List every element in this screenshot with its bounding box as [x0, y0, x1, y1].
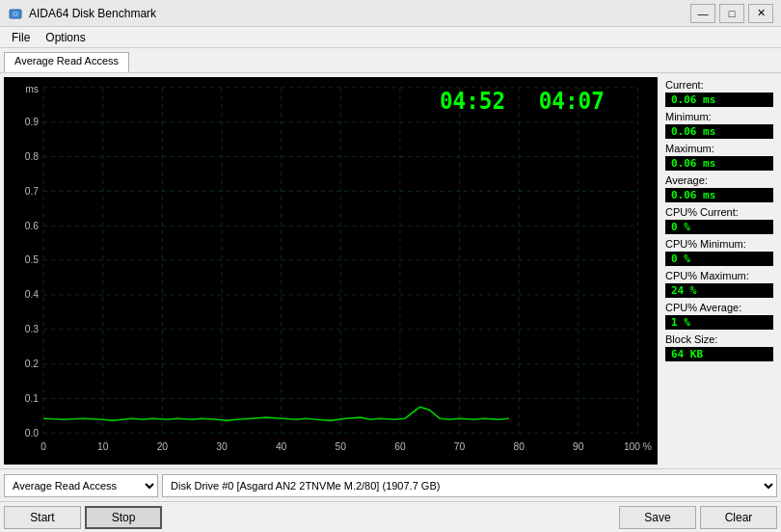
- svg-text:0.6: 0.6: [25, 219, 39, 230]
- menubar: File Options: [0, 27, 781, 48]
- minimize-button[interactable]: —: [690, 4, 715, 23]
- minimum-label: Minimum:: [661, 111, 777, 122]
- current-label: Current:: [661, 79, 777, 91]
- svg-text:0.2: 0.2: [25, 358, 39, 369]
- svg-text:90: 90: [573, 440, 584, 452]
- svg-text:80: 80: [513, 440, 525, 452]
- svg-text:0.9: 0.9: [25, 116, 39, 127]
- svg-text:0.0: 0.0: [25, 426, 39, 438]
- svg-text:ms: ms: [25, 83, 39, 94]
- bottom-controls: Average Read Access Average Write Access…: [0, 468, 781, 501]
- cpu-maximum-value: 24 %: [665, 283, 773, 298]
- svg-text:10: 10: [97, 440, 109, 452]
- app-icon: [8, 6, 23, 21]
- svg-text:0: 0: [40, 440, 46, 452]
- chart-wrapper: ms 0.9 0.8 0.7 0.6 0.5 0.4 0.3 0.2 0.1 0…: [4, 77, 658, 465]
- window-title: AIDA64 Disk Benchmark: [29, 7, 156, 20]
- menu-file[interactable]: File: [4, 29, 38, 46]
- svg-text:0.4: 0.4: [25, 288, 39, 300]
- svg-text:50: 50: [336, 440, 347, 452]
- cpu-minimum-label: CPU% Minimum:: [661, 238, 777, 250]
- block-size-label: Block Size:: [661, 333, 777, 345]
- cpu-average-label: CPU% Average:: [661, 302, 777, 313]
- svg-text:70: 70: [454, 440, 466, 452]
- svg-text:20: 20: [157, 440, 169, 452]
- save-button[interactable]: Save: [619, 506, 696, 529]
- svg-text:100 %: 100 %: [624, 440, 653, 452]
- block-size-value: 64 KB: [665, 347, 773, 361]
- stop-button[interactable]: Stop: [85, 506, 162, 529]
- maximum-value: 0.06 ms: [665, 156, 773, 171]
- start-button[interactable]: Start: [4, 506, 81, 529]
- svg-text:40: 40: [276, 440, 287, 452]
- cpu-current-label: CPU% Current:: [661, 206, 777, 218]
- benchmark-chart: ms 0.9 0.8 0.7 0.6 0.5 0.4 0.3 0.2 0.1 0…: [4, 77, 658, 465]
- titlebar-controls: — □ ✕: [690, 4, 773, 23]
- tab-average-read-access[interactable]: Average Read Access: [4, 52, 129, 72]
- average-label: Average:: [661, 174, 777, 186]
- menu-options[interactable]: Options: [38, 29, 93, 46]
- cpu-maximum-label: CPU% Maximum:: [661, 270, 777, 281]
- svg-text:0.7: 0.7: [25, 184, 39, 196]
- svg-text:0.1: 0.1: [25, 392, 39, 404]
- svg-text:04:07: 04:07: [539, 87, 605, 114]
- svg-text:0.8: 0.8: [25, 150, 39, 162]
- main-area: ms 0.9 0.8 0.7 0.6 0.5 0.4 0.3 0.2 0.1 0…: [0, 73, 781, 468]
- current-value: 0.06 ms: [665, 93, 773, 107]
- svg-text:04:52: 04:52: [440, 87, 505, 114]
- restore-button[interactable]: □: [719, 4, 744, 23]
- benchmark-dropdown[interactable]: Average Read Access Average Write Access…: [4, 474, 158, 497]
- drive-dropdown[interactable]: Disk Drive #0 [Asgard AN2 2TNVMe M.2/80]…: [162, 474, 777, 497]
- cpu-average-value: 1 %: [665, 315, 773, 330]
- clear-button[interactable]: Clear: [700, 506, 777, 529]
- cpu-current-value: 0 %: [665, 220, 773, 234]
- maximum-label: Maximum:: [661, 143, 777, 154]
- svg-text:0.5: 0.5: [25, 253, 39, 265]
- button-bar: Start Stop Save Clear: [0, 501, 781, 532]
- svg-point-2: [14, 13, 16, 14]
- svg-text:30: 30: [216, 440, 228, 452]
- tabstrip: Average Read Access: [0, 48, 781, 73]
- close-button[interactable]: ✕: [748, 4, 773, 23]
- titlebar: AIDA64 Disk Benchmark — □ ✕: [0, 0, 781, 27]
- minimum-value: 0.06 ms: [665, 124, 773, 139]
- average-value: 0.06 ms: [665, 188, 773, 202]
- svg-rect-3: [4, 77, 658, 465]
- cpu-minimum-value: 0 %: [665, 252, 773, 266]
- svg-text:0.3: 0.3: [25, 323, 39, 334]
- svg-text:60: 60: [394, 440, 406, 452]
- stats-panel: Current: 0.06 ms Minimum: 0.06 ms Maximu…: [661, 77, 777, 465]
- titlebar-left: AIDA64 Disk Benchmark: [8, 6, 156, 21]
